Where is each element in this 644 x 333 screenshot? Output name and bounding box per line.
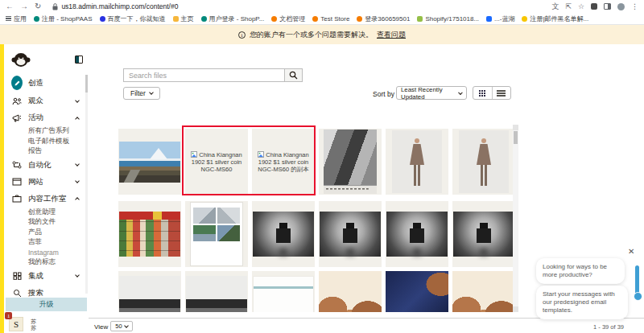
sidebar-item-reports[interactable]: 报告 — [4, 146, 84, 157]
pagination-count: 1 - 39 of 39 — [593, 323, 624, 331]
file-thumbnail-perfume — [320, 212, 381, 257]
info-icon: i — [238, 31, 246, 39]
sidebar-item-my-files[interactable]: 我的文件 — [4, 217, 84, 228]
translate-icon[interactable]: 文 — [551, 3, 559, 10]
sidebar-scrollbar[interactable] — [85, 75, 88, 294]
bookmark-favicon — [357, 16, 362, 22]
bookmark-item[interactable]: 应用 — [6, 14, 27, 23]
bookmark-item[interactable]: 文档管理 — [271, 14, 305, 23]
file-tile[interactable] — [319, 129, 382, 195]
extensions-icon[interactable] — [591, 3, 597, 10]
grid-view-icon — [479, 90, 481, 92]
chevron-down-icon — [75, 162, 80, 166]
account-warning-banner: i 您的账户有一个或多个问题需要解决。 查看问题 — [0, 25, 644, 44]
file-thumbnail-eggs — [319, 271, 382, 312]
file-thumbnail-perfume — [453, 212, 513, 257]
file-thumbnail-model — [459, 130, 509, 193]
side-panel-icon[interactable] — [604, 3, 611, 10]
file-tile[interactable] — [252, 201, 315, 267]
sidebar-item-products[interactable]: 产品 — [4, 228, 84, 238]
bookmark-item[interactable]: 注册 - ShopPAAS — [34, 14, 93, 23]
file-tile[interactable] — [386, 271, 448, 312]
sidebar-item-creative-assistant[interactable]: 创意助理 — [4, 208, 84, 218]
file-tile[interactable] — [118, 201, 181, 267]
bookmark-item[interactable]: ...-蓝湖 — [486, 14, 514, 23]
file-tile[interactable] — [386, 129, 448, 195]
popup-bubble: Start your messages with our predesigned… — [536, 286, 628, 319]
file-tile[interactable] — [185, 271, 248, 312]
broken-image-icon — [258, 151, 264, 158]
filter-button[interactable]: Filter — [123, 87, 160, 100]
sidebar-item-email-templates[interactable]: 电子邮件模板 — [4, 137, 84, 147]
page-size-dropdown[interactable]: 50 — [110, 321, 133, 331]
sidebar-item-campaigns[interactable]: 活动 — [4, 109, 84, 126]
content-studio-icon — [12, 195, 22, 203]
file-tile[interactable] — [185, 201, 248, 267]
sort-dropdown[interactable]: Least Recently Updated — [396, 86, 467, 100]
sidebar-collapse-icon[interactable] — [75, 56, 83, 64]
banner-view-issues-link[interactable]: 查看问题 — [377, 30, 406, 40]
view-toggle-group — [473, 86, 511, 100]
pagination-bar: View 50 1 - 39 of 39 — [89, 318, 644, 333]
forward-icon[interactable]: → — [20, 2, 28, 10]
popup-bubble: Looking for ways to be more productive? — [536, 258, 625, 284]
file-tile[interactable] — [118, 271, 181, 312]
back-icon[interactable]: ← — [6, 2, 14, 10]
magnifier-icon — [289, 71, 298, 80]
thermometer-illustration — [635, 265, 639, 296]
upgrade-button[interactable]: 升级 — [6, 298, 87, 311]
menu-kebab-icon[interactable]: ⋮ — [631, 3, 638, 10]
sidebar-item-audience[interactable]: 观众 — [4, 92, 84, 109]
search-input[interactable] — [123, 68, 284, 82]
file-tile-broken[interactable]: China Kiangnan 1902 $1 silver coin NGC-M… — [185, 129, 248, 195]
screen: ← → ↻ us18.admin.mailchimp.com/content/#… — [0, 0, 644, 333]
grid-view-button[interactable] — [473, 87, 492, 99]
bookmark-item[interactable]: 注册|邮件黑名单解... — [522, 14, 588, 23]
bookmark-favicon — [312, 16, 318, 22]
file-tile[interactable] — [386, 201, 448, 267]
sidebar-item-automations[interactable]: 自动化 — [4, 157, 84, 174]
bookmark-item[interactable]: Shopify/1751018... — [417, 15, 479, 23]
sidebar-item-integrations[interactable]: 集成 — [4, 268, 84, 285]
bookmark-item[interactable]: 登录360659501 — [357, 14, 410, 23]
reload-icon[interactable]: ↻ — [35, 2, 41, 10]
grid-scrollbar[interactable] — [513, 125, 518, 312]
scrollbar-thumb[interactable] — [514, 131, 518, 144]
file-thumbnail-perfume — [386, 212, 448, 257]
user-account[interactable]: 1 S 苏 苏 — [9, 317, 36, 331]
file-tile[interactable] — [118, 129, 181, 195]
popup-close-icon[interactable]: ✕ — [628, 247, 634, 256]
bookmark-item[interactable]: Test Store — [312, 15, 349, 23]
bookmark-star-icon[interactable]: ☆ — [578, 3, 584, 10]
sidebar-item-website[interactable]: 网站 — [4, 174, 84, 191]
sidebar-item-content-studio[interactable]: 内容工作室 — [4, 191, 84, 208]
share-icon[interactable]: ⇱ — [565, 3, 572, 10]
mailchimp-logo[interactable] — [11, 51, 31, 68]
file-tile[interactable] — [319, 201, 382, 267]
search-button[interactable] — [284, 68, 303, 82]
sidebar-item-all-campaigns[interactable]: 所有广告系列 — [4, 126, 84, 137]
sidebar-item-my-logo[interactable]: 我的标志 — [4, 257, 84, 268]
file-tile[interactable] — [452, 129, 513, 195]
file-thumbnail-dark-band — [119, 276, 180, 312]
bookmark-item[interactable]: 主页 — [173, 14, 194, 23]
list-view-button[interactable] — [492, 87, 511, 99]
file-tile[interactable] — [252, 271, 315, 312]
bookmark-item[interactable]: 百度一下，你就知道 — [100, 14, 166, 23]
file-tile[interactable] — [452, 271, 513, 312]
file-tile[interactable] — [319, 271, 382, 312]
file-thumbnail-teal-line — [253, 276, 314, 312]
bookmark-item[interactable]: 用户登录 - ShopP... — [201, 14, 265, 23]
sidebar-item-instagram[interactable]: Instagram — [4, 248, 84, 258]
profile-icon[interactable] — [617, 3, 625, 10]
lock-icon — [52, 3, 58, 10]
sidebar-item-giphy[interactable]: 吉菲 — [4, 237, 84, 248]
chevron-down-icon — [149, 90, 154, 95]
broken-image-alt-text: China Kiangnan 1902 $1 silver coin NGC-M… — [185, 151, 248, 173]
scroll-down-arrow[interactable] — [513, 306, 518, 312]
sidebar-item-create[interactable]: 创造 — [4, 73, 84, 92]
file-tile-broken[interactable]: China Kiangnan 1902 $1 silver coin NGC-M… — [252, 129, 315, 195]
scroll-up-arrow[interactable] — [513, 125, 518, 130]
omnibox[interactable]: us18.admin.mailchimp.com/content/#0 — [52, 2, 178, 10]
file-tile[interactable] — [452, 201, 513, 267]
